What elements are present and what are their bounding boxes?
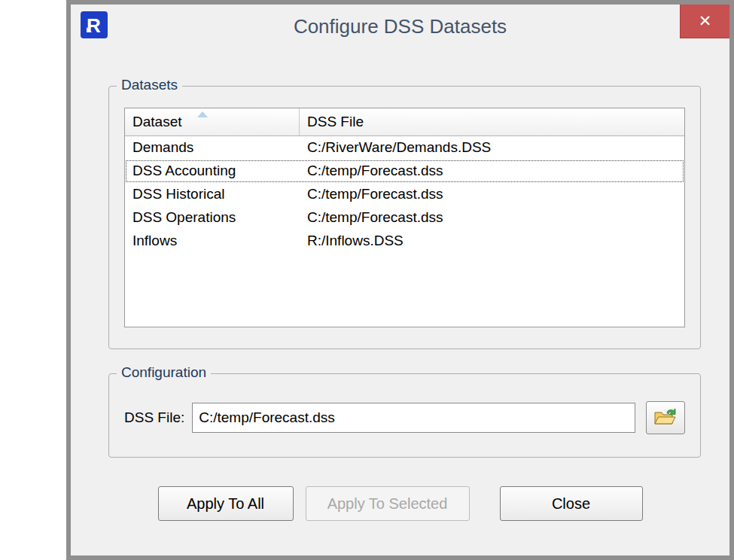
- close-button[interactable]: Close: [500, 486, 643, 521]
- open-folder-icon: [653, 408, 678, 428]
- riverware-logo-icon: R: [81, 11, 108, 38]
- configuration-group: Configuration DSS File:: [108, 373, 701, 458]
- button-row: Apply To All Apply To Selected Close: [71, 486, 729, 521]
- configure-dss-datasets-dialog: R Configure DSS Datasets ✕ Datasets Data…: [66, 0, 734, 560]
- dss-file-cell: C:/temp/Forecast.dss: [300, 160, 684, 183]
- table-row[interactable]: DemandsC:/RiverWare/Demands.DSS: [125, 136, 684, 160]
- title-bar: R Configure DSS Datasets ✕: [71, 5, 729, 48]
- column-header-dataset-label: Dataset: [132, 114, 181, 129]
- datasets-group: Datasets Dataset DSS File DemandsC:/Rive…: [108, 86, 701, 349]
- column-header-dss-file[interactable]: DSS File: [300, 108, 684, 135]
- column-header-dataset[interactable]: Dataset: [125, 108, 300, 135]
- datasets-table: Dataset DSS File DemandsC:/RiverWare/Dem…: [124, 108, 685, 327]
- dataset-name-cell: DSS Accounting: [125, 160, 300, 183]
- dataset-table-body: DemandsC:/RiverWare/Demands.DSSDSS Accou…: [125, 136, 684, 253]
- dss-file-cell: C:/RiverWare/Demands.DSS: [300, 136, 684, 160]
- dataset-name-cell: Inflows: [125, 230, 300, 253]
- datasets-table-header: Dataset DSS File: [125, 108, 684, 136]
- window-close-button[interactable]: ✕: [680, 5, 729, 38]
- dataset-name-cell: DSS Historical: [125, 183, 300, 206]
- browse-button[interactable]: [646, 401, 685, 434]
- dss-file-input[interactable]: [192, 403, 635, 433]
- dss-file-cell: C:/temp/Forecast.dss: [300, 206, 684, 230]
- sort-ascending-icon: [197, 111, 208, 117]
- dss-file-label: DSS File:: [124, 409, 184, 426]
- apply-to-selected-button[interactable]: Apply To Selected: [306, 486, 470, 521]
- table-row[interactable]: InflowsR:/Inflows.DSS: [125, 230, 684, 253]
- dss-file-cell: R:/Inflows.DSS: [300, 230, 684, 253]
- dataset-name-cell: Demands: [125, 136, 300, 160]
- dss-file-row: DSS File:: [124, 401, 685, 434]
- apply-to-all-button[interactable]: Apply To All: [158, 486, 294, 521]
- table-row[interactable]: DSS OperationsC:/temp/Forecast.dss: [125, 206, 684, 230]
- dataset-name-cell: DSS Operations: [125, 206, 300, 230]
- datasets-group-label: Datasets: [117, 77, 182, 93]
- svg-text:R: R: [87, 14, 101, 37]
- dss-file-cell: C:/temp/Forecast.dss: [300, 183, 684, 206]
- window-title: Configure DSS Datasets: [71, 5, 729, 48]
- table-row[interactable]: DSS AccountingC:/temp/Forecast.dss: [125, 160, 684, 183]
- close-icon: ✕: [699, 12, 712, 30]
- column-header-dss-file-label: DSS File: [307, 114, 364, 129]
- configuration-group-label: Configuration: [117, 364, 211, 381]
- table-row[interactable]: DSS HistoricalC:/temp/Forecast.dss: [125, 183, 684, 206]
